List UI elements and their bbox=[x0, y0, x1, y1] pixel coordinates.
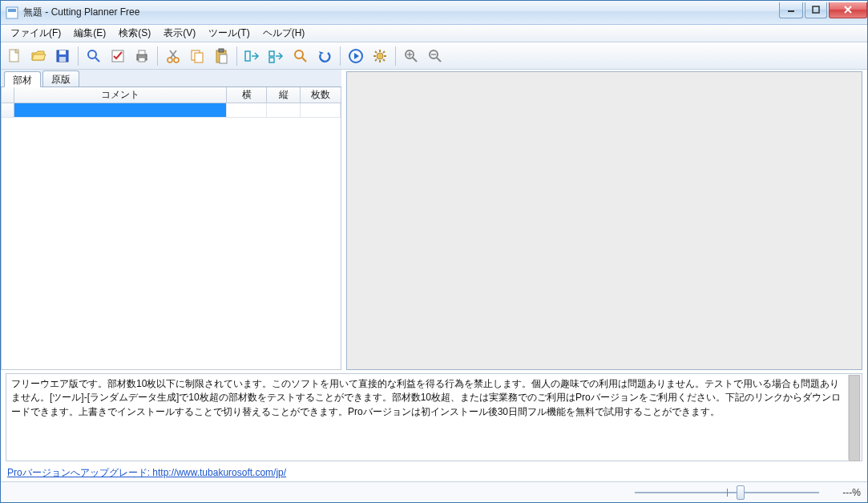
toolbar bbox=[1, 42, 867, 70]
svg-rect-15 bbox=[139, 58, 145, 62]
svg-rect-24 bbox=[220, 54, 227, 63]
info-panel: フリーウエア版です。部材数10枚以下に制限されています。このソフトを用いて直接的… bbox=[6, 373, 862, 461]
left-panel: 部材 原版 コメント 横 縦 枚数 bbox=[1, 70, 341, 370]
zoom-out-icon bbox=[427, 48, 443, 64]
svg-point-10 bbox=[88, 50, 96, 58]
svg-line-41 bbox=[413, 58, 417, 62]
print-button[interactable] bbox=[131, 46, 152, 66]
options-button[interactable] bbox=[107, 46, 128, 66]
info-scrollbar[interactable] bbox=[848, 375, 861, 460]
save-button[interactable] bbox=[52, 46, 73, 66]
svg-line-29 bbox=[302, 58, 306, 62]
maximize-icon bbox=[812, 6, 820, 14]
undo-icon bbox=[317, 48, 333, 64]
col-width[interactable]: 横 bbox=[227, 87, 267, 103]
settings-button[interactable] bbox=[369, 46, 390, 66]
svg-line-38 bbox=[375, 59, 377, 61]
svg-rect-25 bbox=[245, 51, 250, 61]
svg-rect-21 bbox=[195, 53, 203, 62]
info-text: フリーウエア版です。部材数10枚以下に制限されています。このソフトを用いて直接的… bbox=[11, 377, 857, 419]
grid-row[interactable] bbox=[2, 103, 341, 118]
undo-button[interactable] bbox=[314, 46, 335, 66]
paste-button[interactable] bbox=[211, 46, 232, 66]
svg-point-31 bbox=[377, 53, 383, 59]
grid-corner[interactable] bbox=[2, 87, 14, 103]
print-icon bbox=[134, 48, 150, 64]
svg-point-16 bbox=[168, 58, 172, 62]
svg-line-37 bbox=[383, 59, 385, 61]
app-icon bbox=[6, 6, 18, 19]
parts-grid[interactable]: コメント 横 縦 枚数 bbox=[1, 87, 341, 370]
menu-search[interactable]: 検索(S) bbox=[112, 25, 157, 42]
tab-parts[interactable]: 部材 bbox=[4, 71, 41, 87]
open-folder-icon bbox=[30, 48, 46, 64]
menu-help[interactable]: ヘルプ(H) bbox=[256, 25, 312, 42]
upgrade-link[interactable]: Proバージョンへアップグレード: http://www.tubakurosof… bbox=[7, 467, 286, 478]
slider-thumb[interactable] bbox=[737, 485, 745, 500]
cell-height[interactable] bbox=[267, 103, 301, 118]
find-small-button[interactable] bbox=[290, 46, 311, 66]
row-header[interactable] bbox=[2, 103, 14, 118]
cell-width[interactable] bbox=[227, 103, 267, 118]
new-file-button[interactable] bbox=[4, 46, 25, 66]
tab-sheets[interactable]: 原版 bbox=[42, 70, 79, 87]
title-bar: 無題 - Cutting Planner Free bbox=[1, 1, 867, 25]
menu-bar: ファイル(F) 編集(E) 検索(S) 表示(V) ツール(T) ヘルプ(H) bbox=[1, 25, 867, 42]
menu-tool[interactable]: ツール(T) bbox=[202, 25, 256, 42]
svg-line-18 bbox=[171, 50, 176, 58]
svg-line-19 bbox=[170, 50, 176, 58]
zoom-in-icon bbox=[403, 48, 419, 64]
run-button[interactable] bbox=[345, 46, 366, 66]
svg-point-28 bbox=[295, 50, 303, 58]
col-comment[interactable]: コメント bbox=[14, 87, 227, 103]
col-count[interactable]: 枚数 bbox=[301, 87, 341, 103]
close-button[interactable] bbox=[829, 2, 867, 18]
arrange-left-icon bbox=[244, 48, 261, 64]
cell-comment[interactable] bbox=[14, 103, 227, 118]
menu-file[interactable]: ファイル(F) bbox=[4, 25, 67, 42]
zoom-slider[interactable] bbox=[635, 485, 819, 500]
toolbar-separator-1 bbox=[78, 46, 79, 66]
copy-icon bbox=[189, 48, 205, 64]
svg-point-17 bbox=[174, 58, 179, 62]
toolbar-separator-4 bbox=[340, 46, 341, 66]
cell-count[interactable] bbox=[301, 103, 341, 118]
scrollbar-thumb[interactable] bbox=[849, 375, 860, 461]
copy-button[interactable] bbox=[187, 46, 208, 66]
svg-line-11 bbox=[95, 58, 99, 62]
upgrade-link-row: Proバージョンへアップグレード: http://www.tubakurosof… bbox=[1, 461, 867, 481]
svg-rect-26 bbox=[269, 51, 274, 56]
options-icon bbox=[110, 48, 126, 64]
paste-icon bbox=[213, 48, 229, 64]
layout-v-button[interactable] bbox=[266, 46, 287, 66]
maximize-button[interactable] bbox=[805, 2, 827, 18]
main-area: 部材 原版 コメント 横 縦 枚数 bbox=[1, 70, 867, 370]
menu-edit[interactable]: 編集(E) bbox=[67, 25, 112, 42]
save-icon bbox=[55, 48, 71, 64]
open-button[interactable] bbox=[28, 46, 49, 66]
svg-rect-27 bbox=[269, 58, 274, 62]
menu-view[interactable]: 表示(V) bbox=[157, 25, 202, 42]
zoom-out-button[interactable] bbox=[425, 46, 446, 66]
minimize-button[interactable] bbox=[779, 2, 803, 18]
arrange-right-icon bbox=[268, 48, 285, 64]
status-bar: ---% bbox=[1, 481, 867, 502]
col-height[interactable]: 縦 bbox=[267, 87, 301, 103]
layout-h-button[interactable] bbox=[242, 46, 263, 66]
toolbar-separator-3 bbox=[236, 46, 237, 66]
slider-tick bbox=[727, 489, 728, 497]
toolbar-separator-2 bbox=[157, 46, 158, 66]
toolbar-separator-5 bbox=[395, 46, 396, 66]
play-icon bbox=[348, 48, 364, 64]
layout-preview[interactable] bbox=[346, 71, 862, 370]
close-icon bbox=[843, 6, 853, 14]
zoom-in-button[interactable] bbox=[401, 46, 422, 66]
svg-rect-3 bbox=[813, 6, 819, 13]
svg-rect-8 bbox=[59, 50, 66, 54]
find-button[interactable] bbox=[83, 46, 104, 66]
tab-strip: 部材 原版 bbox=[1, 70, 341, 87]
gear-icon bbox=[372, 48, 388, 64]
svg-rect-9 bbox=[59, 57, 66, 62]
zoom-percent: ---% bbox=[826, 487, 861, 498]
cut-button[interactable] bbox=[163, 46, 184, 66]
